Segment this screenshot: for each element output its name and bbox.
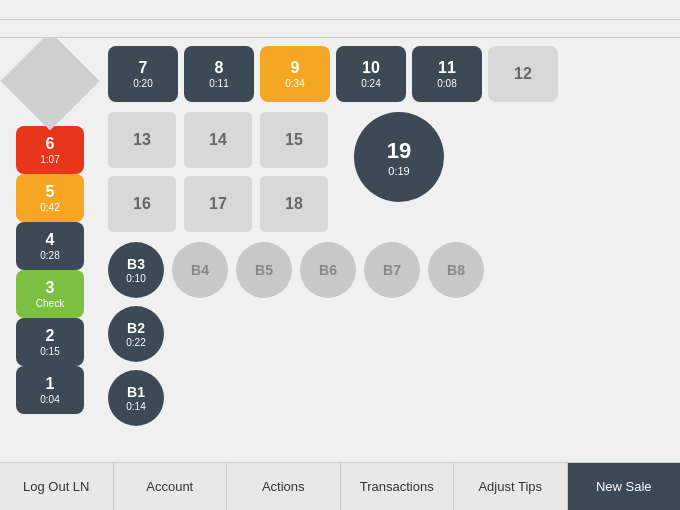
tab-transactions[interactable]: Transactions <box>341 463 455 510</box>
bar-row-1: B20:22 <box>108 306 672 362</box>
table-B3-id: B3 <box>127 256 145 272</box>
table-B3[interactable]: B30:10 <box>108 242 164 298</box>
table-3[interactable]: 3Check <box>16 270 84 318</box>
table-5-time: 0:42 <box>40 202 59 213</box>
table-5-id: 5 <box>46 183 55 201</box>
table-7[interactable]: 70:20 <box>108 46 178 102</box>
table-B2-time: 0:22 <box>126 337 145 348</box>
table-B4-id: B4 <box>191 262 209 278</box>
pos-bar <box>0 20 680 38</box>
table-19[interactable]: 19 0:19 <box>354 112 444 202</box>
tab-new-sale[interactable]: New Sale <box>568 463 681 510</box>
table-10[interactable]: 100:24 <box>336 46 406 102</box>
table-8-id: 8 <box>215 59 224 77</box>
table-19-id: 19 <box>387 138 411 164</box>
table-17[interactable]: 17 <box>184 176 252 232</box>
table-9[interactable]: 90:34 <box>260 46 330 102</box>
table-14[interactable]: 14 <box>184 112 252 168</box>
table-10-time: 0:24 <box>361 78 380 89</box>
middle-section: 131415161718 19 0:19 <box>108 112 672 232</box>
bar-row-0: B30:10B4B5B6B7B8 <box>108 242 672 298</box>
table-9-time: 0:34 <box>285 78 304 89</box>
table-12-id: 12 <box>514 65 532 83</box>
square-grid: 131415161718 <box>108 112 328 232</box>
table-1[interactable]: 10:04 <box>16 366 84 414</box>
table-6-time: 1:07 <box>40 154 59 165</box>
table-B4[interactable]: B4 <box>172 242 228 298</box>
grid-area: 70:2080:1190:34100:24110:0812 1314151617… <box>100 38 680 462</box>
table-B5-id: B5 <box>255 262 273 278</box>
table-B3-time: 0:10 <box>126 273 145 284</box>
tab-logout-label: Log Out LN <box>23 479 90 494</box>
table-9-id: 9 <box>291 59 300 77</box>
table-12[interactable]: 12 <box>488 46 558 102</box>
top-row: 70:2080:1190:34100:24110:0812 <box>108 46 672 102</box>
table-5[interactable]: 50:42 <box>16 174 84 222</box>
table-B5[interactable]: B5 <box>236 242 292 298</box>
bar-row-2: B10:14 <box>108 370 672 426</box>
tab-logout[interactable]: Log Out LN <box>0 463 114 510</box>
table-B6[interactable]: B6 <box>300 242 356 298</box>
table-B1[interactable]: B10:14 <box>108 370 164 426</box>
table-11-id: 11 <box>438 59 456 77</box>
table-4-time: 0:28 <box>40 250 59 261</box>
table-15[interactable]: 15 <box>260 112 328 168</box>
table-3-time: Check <box>36 298 64 309</box>
table-7-id: 7 <box>139 59 148 77</box>
bar-section: B30:10B4B5B6B7B8B20:22B10:14 <box>108 242 672 426</box>
table-13[interactable]: 13 <box>108 112 176 168</box>
tab-transactions-label: Transactions <box>360 479 434 494</box>
table-B7-id: B7 <box>383 262 401 278</box>
table-2[interactable]: 20:15 <box>16 318 84 366</box>
table-1-id: 1 <box>46 375 55 393</box>
main-content: 61:0750:4240:283Check20:1510:04 70:2080:… <box>0 38 680 462</box>
table-6[interactable]: 61:07 <box>16 126 84 174</box>
table-11[interactable]: 110:08 <box>412 46 482 102</box>
table-B8-id: B8 <box>447 262 465 278</box>
table-8-time: 0:11 <box>209 78 228 89</box>
tab-bar: Log Out LNAccountActionsTransactionsAdju… <box>0 462 680 510</box>
left-column: 61:0750:4240:283Check20:1510:04 <box>0 38 100 462</box>
table-17-id: 17 <box>209 195 227 213</box>
table-4-id: 4 <box>46 231 55 249</box>
status-bar <box>0 0 680 20</box>
table-15-id: 15 <box>285 131 303 149</box>
table-B6-id: B6 <box>319 262 337 278</box>
table-B1-time: 0:14 <box>126 401 145 412</box>
table-18[interactable]: 18 <box>260 176 328 232</box>
tab-account-label: Account <box>146 479 193 494</box>
tab-actions-label: Actions <box>262 479 305 494</box>
tab-account[interactable]: Account <box>114 463 228 510</box>
table-B8[interactable]: B8 <box>428 242 484 298</box>
table-11-time: 0:08 <box>437 78 456 89</box>
tab-actions[interactable]: Actions <box>227 463 341 510</box>
table-B2-id: B2 <box>127 320 145 336</box>
table-16-id: 16 <box>133 195 151 213</box>
table-6-id: 6 <box>46 135 55 153</box>
table-B7[interactable]: B7 <box>364 242 420 298</box>
table-14-id: 14 <box>209 131 227 149</box>
table-B1-id: B1 <box>127 384 145 400</box>
table-8[interactable]: 80:11 <box>184 46 254 102</box>
table-19-time: 0:19 <box>388 165 409 177</box>
tab-new-sale-label: New Sale <box>596 479 652 494</box>
tab-adjust-tips[interactable]: Adjust Tips <box>454 463 568 510</box>
tab-adjust-tips-label: Adjust Tips <box>478 479 542 494</box>
table-1-time: 0:04 <box>40 394 59 405</box>
table-7-time: 0:20 <box>133 78 152 89</box>
table-16[interactable]: 16 <box>108 176 176 232</box>
table-10-id: 10 <box>362 59 380 77</box>
table-18-id: 18 <box>285 195 303 213</box>
table-3-id: 3 <box>46 279 55 297</box>
table-B2[interactable]: B20:22 <box>108 306 164 362</box>
table-2-id: 2 <box>46 327 55 345</box>
table-2-time: 0:15 <box>40 346 59 357</box>
table-4[interactable]: 40:28 <box>16 222 84 270</box>
chefs-table[interactable] <box>1 38 100 130</box>
table-13-id: 13 <box>133 131 151 149</box>
